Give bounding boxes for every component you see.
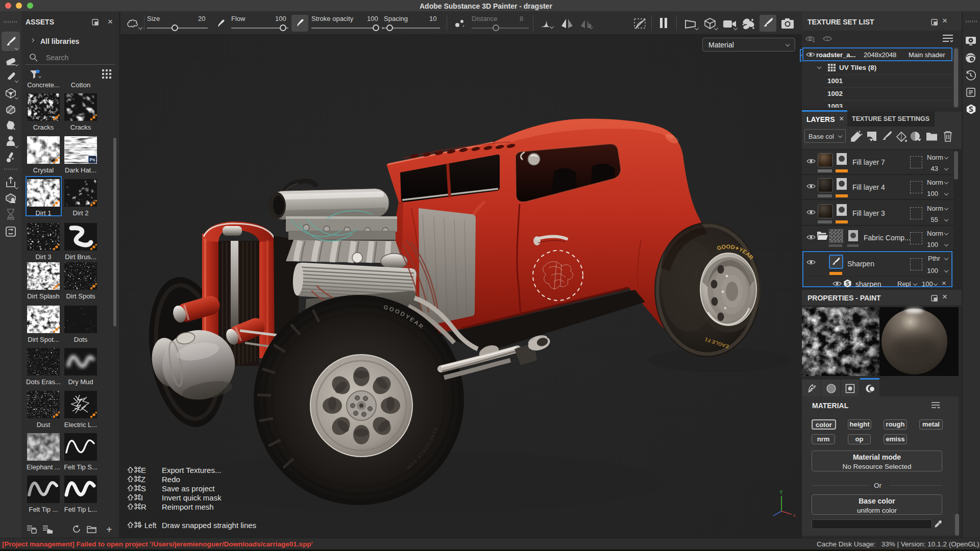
svg-text:x: x: [793, 513, 796, 518]
svg-text:1: 1: [826, 37, 829, 41]
svg-text:Y: Y: [779, 490, 783, 495]
